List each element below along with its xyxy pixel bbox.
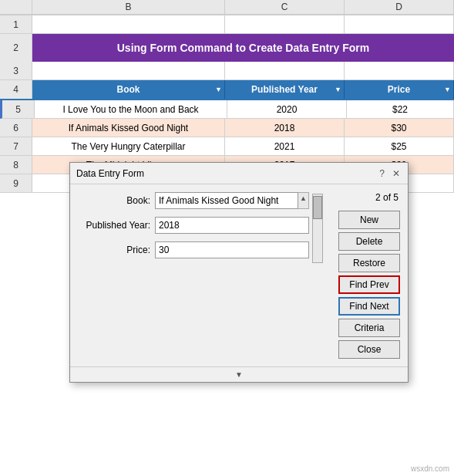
record-count: 2 of 5 <box>331 192 400 203</box>
spreadsheet-title: Using Form Command to Create Data Entry … <box>32 34 454 62</box>
dialog-close-x-button[interactable]: ✕ <box>391 168 402 179</box>
dialog-title: Data Entry Form <box>76 168 144 179</box>
row-num-7: 7 <box>0 137 32 155</box>
dialog-fields: Book: ▲ Published Year: Price: <box>78 192 309 359</box>
cell-1-c[interactable] <box>225 15 345 33</box>
row-num-1: 1 <box>0 15 32 33</box>
col-header-d: D <box>345 0 454 15</box>
dialog-help-button[interactable]: ? <box>378 168 386 179</box>
th-price-dropdown-icon[interactable]: ▼ <box>444 86 451 93</box>
cell-6-d[interactable]: $30 <box>345 119 454 137</box>
table-row[interactable]: 7 The Very Hungry Caterpillar 2021 $25 <box>0 137 454 156</box>
scrollbar-thumb <box>313 196 322 219</box>
th-price[interactable]: Price ▼ <box>345 80 454 99</box>
year-field-label: Published Year: <box>78 220 155 231</box>
year-input-wrap <box>155 217 309 234</box>
price-field-row: Price: <box>78 241 309 258</box>
cell-5-b[interactable]: I Love You to the Moon and Back <box>35 100 227 118</box>
dialog-left-section: Book: ▲ Published Year: Price: <box>78 192 323 359</box>
cell-5-d[interactable]: $22 <box>347 100 454 118</box>
cell-7-b[interactable]: The Very Hungry Caterpillar <box>32 137 225 155</box>
corner-cell <box>0 0 32 15</box>
book-input[interactable] <box>155 192 298 209</box>
dialog-buttons: 2 of 5 New Delete Restore Find Prev Find… <box>331 192 400 359</box>
col-header-b: B <box>32 0 225 15</box>
row-3: 3 <box>0 62 454 80</box>
cell-7-c[interactable]: 2021 <box>225 137 345 155</box>
new-button[interactable]: New <box>338 211 400 229</box>
column-headers: B C D <box>0 0 454 15</box>
year-field-row: Published Year: <box>78 217 309 234</box>
dialog-titlebar: Data Entry Form ? ✕ <box>70 163 408 184</box>
row-num-8: 8 <box>0 156 32 174</box>
delete-button[interactable]: Delete <box>338 232 400 251</box>
th-book-dropdown-icon[interactable]: ▼ <box>215 86 222 93</box>
th-book-label: Book <box>117 84 140 95</box>
cell-6-c[interactable]: 2018 <box>225 119 345 137</box>
th-book[interactable]: Book ▼ <box>32 80 225 99</box>
row-1: 1 <box>0 15 454 34</box>
th-price-label: Price <box>388 84 410 95</box>
cell-3-b[interactable] <box>32 62 225 79</box>
book-field-scroll-up[interactable]: ▲ <box>298 192 309 209</box>
row-num-3: 3 <box>0 62 32 79</box>
row-num-6: 6 <box>0 119 32 137</box>
dialog-bottom-scrollbar[interactable]: ▼ <box>70 366 408 382</box>
price-input-wrap <box>155 241 309 258</box>
row-num-2: 2 <box>0 34 32 62</box>
row-num-9: 9 <box>0 174 32 192</box>
th-year-dropdown-icon[interactable]: ▼ <box>335 86 341 93</box>
row-2: 2 Using Form Command to Create Data Entr… <box>0 34 454 62</box>
row-num-5: 5 <box>2 100 35 118</box>
data-entry-dialog: Data Entry Form ? ✕ Book: ▲ Publishe <box>69 162 409 383</box>
col-header-c: C <box>225 0 345 15</box>
price-field-label: Price: <box>78 245 155 255</box>
cell-5-c[interactable]: 2020 <box>227 100 347 118</box>
close-button[interactable]: Close <box>338 340 400 359</box>
book-field-row: Book: ▲ <box>78 192 309 209</box>
watermark: wsxdn.com <box>411 464 449 473</box>
cell-3-d[interactable] <box>345 62 454 79</box>
table-row[interactable]: 5 I Love You to the Moon and Back 2020 $… <box>0 100 454 119</box>
criteria-button[interactable]: Criteria <box>338 319 400 337</box>
table-row[interactable]: 6 If Animals Kissed Good Night 2018 $30 <box>0 119 454 137</box>
cell-1-b[interactable] <box>32 15 225 33</box>
dialog-controls: ? ✕ <box>378 168 402 179</box>
table-header-row: 4 Book ▼ Published Year ▼ Price ▼ <box>0 80 454 100</box>
dialog-field-scrollbar[interactable] <box>312 194 323 263</box>
scroll-down-icon: ▼ <box>235 370 243 379</box>
dialog-body: Book: ▲ Published Year: Price: <box>70 184 408 366</box>
book-input-wrap: ▲ <box>155 192 309 209</box>
cell-7-d[interactable]: $25 <box>345 137 454 155</box>
th-year[interactable]: Published Year ▼ <box>225 80 345 99</box>
restore-button[interactable]: Restore <box>338 254 400 272</box>
find-next-button[interactable]: Find Next <box>338 297 400 316</box>
cell-1-d[interactable] <box>345 15 454 33</box>
cell-6-b[interactable]: If Animals Kissed Good Night <box>32 119 225 137</box>
find-prev-button[interactable]: Find Prev <box>338 275 400 294</box>
row-num-4: 4 <box>0 80 32 99</box>
th-year-label: Published Year <box>251 84 318 95</box>
price-input[interactable] <box>155 241 309 258</box>
cell-3-c[interactable] <box>225 62 345 79</box>
book-field-label: Book: <box>78 195 155 206</box>
year-input[interactable] <box>155 217 309 234</box>
